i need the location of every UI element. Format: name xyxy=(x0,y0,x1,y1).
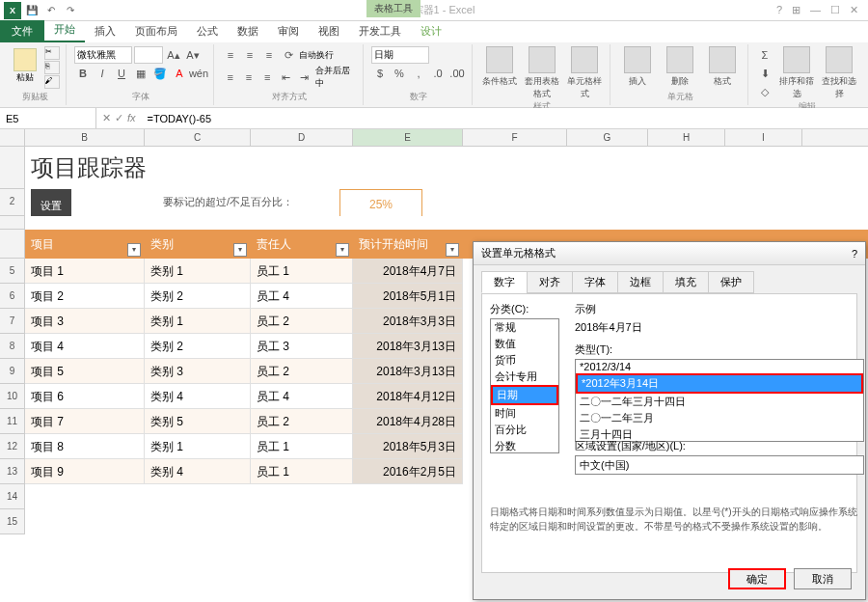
type-item[interactable]: 二〇一二年三月 xyxy=(576,410,863,426)
cell[interactable]: 项目 7 xyxy=(25,409,145,434)
cancel-button[interactable]: 取消 xyxy=(794,568,852,589)
dialog-titlebar[interactable]: 设置单元格格式 ? xyxy=(474,242,865,265)
type-item[interactable]: 二〇一二年三月十四日 xyxy=(576,394,863,410)
maximize-icon[interactable]: ☐ xyxy=(830,4,840,16)
settings-button[interactable]: 设置 xyxy=(31,189,71,216)
decrease-decimal-icon[interactable]: .00 xyxy=(448,65,466,82)
cut-icon[interactable]: ✂ xyxy=(44,46,60,60)
cell[interactable]: 类别 2 xyxy=(145,334,251,359)
cell[interactable]: 类别 3 xyxy=(145,359,251,384)
undo-icon[interactable]: ↶ xyxy=(42,2,60,19)
row-header[interactable]: 6 xyxy=(0,284,25,309)
category-item[interactable]: 时间 xyxy=(491,405,558,422)
row-header[interactable]: 2 xyxy=(0,189,25,216)
ribbon-options-icon[interactable]: ⊞ xyxy=(792,4,800,16)
align-top-icon[interactable]: ≡ xyxy=(222,46,239,64)
filter-dropdown-icon[interactable]: ▾ xyxy=(446,243,459,257)
close-icon[interactable]: ✕ xyxy=(850,4,858,16)
fx-icon[interactable]: fx xyxy=(127,112,136,124)
cell[interactable]: 员工 4 xyxy=(251,384,353,409)
percent-icon[interactable]: % xyxy=(391,65,408,82)
align-center-icon[interactable]: ≡ xyxy=(240,68,257,86)
column-header-D[interactable]: D xyxy=(251,129,353,146)
find-select-button[interactable]: 查找和选择 xyxy=(820,46,858,100)
row-header[interactable]: 7 xyxy=(0,309,25,334)
cancel-formula-icon[interactable]: ✕ xyxy=(102,112,111,124)
cell[interactable]: 2018年5月1日 xyxy=(353,284,463,309)
currency-icon[interactable]: $ xyxy=(371,65,389,82)
cell[interactable]: 2018年5月3日 xyxy=(353,434,463,459)
increase-font-icon[interactable]: A▴ xyxy=(165,46,182,64)
cell[interactable]: 类别 4 xyxy=(145,459,251,484)
format-painter-icon[interactable]: 🖌 xyxy=(44,75,60,89)
filter-dropdown-icon[interactable]: ▾ xyxy=(127,243,141,257)
tab-layout[interactable]: 页面布局 xyxy=(125,20,187,42)
column-header-C[interactable]: C xyxy=(145,129,251,146)
column-header-B[interactable]: B xyxy=(25,129,145,146)
dialog-tab[interactable]: 数字 xyxy=(481,271,528,293)
cell[interactable]: 员工 4 xyxy=(251,284,353,309)
cell[interactable]: 员工 2 xyxy=(251,359,353,384)
format-cells-button[interactable]: 格式 xyxy=(703,46,742,88)
sort-filter-button[interactable]: 排序和筛选 xyxy=(777,46,816,100)
align-right-icon[interactable]: ≡ xyxy=(259,68,276,86)
border-icon[interactable]: ▦ xyxy=(132,65,149,82)
pct-value[interactable]: 25% xyxy=(339,189,422,216)
row-header[interactable]: 11 xyxy=(0,409,25,434)
table-format-button[interactable]: 套用表格格式 xyxy=(523,46,561,100)
comma-icon[interactable]: , xyxy=(410,65,427,82)
type-item[interactable]: *2012年3月14日 xyxy=(576,373,863,394)
row-header[interactable] xyxy=(0,147,25,189)
row-header[interactable]: 14 xyxy=(0,484,25,509)
category-item[interactable]: 日期 xyxy=(491,385,558,405)
row-header[interactable] xyxy=(0,216,25,230)
cell[interactable]: 项目 4 xyxy=(25,334,145,359)
save-icon[interactable]: 💾 xyxy=(23,2,41,19)
category-item[interactable]: 货币 xyxy=(491,352,558,369)
cell[interactable]: 项目 6 xyxy=(25,384,145,409)
tab-developer[interactable]: 开发工具 xyxy=(349,20,411,42)
column-header-I[interactable]: I xyxy=(725,129,802,146)
category-item[interactable]: 分数 xyxy=(491,438,558,453)
row-header[interactable]: 15 xyxy=(0,509,25,534)
dialog-tab[interactable]: 对齐 xyxy=(527,271,573,293)
minimize-icon[interactable]: — xyxy=(810,4,821,16)
autosum-icon[interactable]: Σ xyxy=(756,46,773,64)
tab-data[interactable]: 数据 xyxy=(228,20,268,42)
row-header[interactable]: 5 xyxy=(0,259,25,284)
formula-input[interactable] xyxy=(142,108,868,128)
insert-cells-button[interactable]: 插入 xyxy=(618,46,657,88)
column-header-H[interactable]: H xyxy=(648,129,725,146)
cell[interactable]: 类别 2 xyxy=(145,284,251,309)
category-list[interactable]: 常规数值货币会计专用日期时间百分比分数科学记数文本特殊自定义 xyxy=(490,318,559,453)
cell[interactable]: 项目 3 xyxy=(25,309,145,334)
increase-indent-icon[interactable]: ⇥ xyxy=(296,68,312,86)
column-header-E[interactable]: E xyxy=(353,129,463,146)
align-bottom-icon[interactable]: ≡ xyxy=(260,46,278,64)
filter-dropdown-icon[interactable]: ▾ xyxy=(233,243,247,257)
align-middle-icon[interactable]: ≡ xyxy=(241,46,258,64)
cell[interactable]: 类别 1 xyxy=(145,259,251,284)
category-item[interactable]: 常规 xyxy=(491,319,558,336)
delete-cells-button[interactable]: 删除 xyxy=(661,46,699,88)
cell[interactable]: 类别 1 xyxy=(145,434,251,459)
cell[interactable]: 员工 1 xyxy=(251,459,353,484)
enter-formula-icon[interactable]: ✓ xyxy=(115,112,123,124)
cell[interactable]: 员工 2 xyxy=(251,309,353,334)
clear-icon[interactable]: ◇ xyxy=(756,83,773,100)
type-list[interactable]: *2012/3/14*2012年3月14日二〇一二年三月十四日二〇一二年三月三月… xyxy=(575,359,864,442)
cell[interactable]: 2018年3月13日 xyxy=(353,359,463,384)
tab-review[interactable]: 审阅 xyxy=(268,20,309,42)
copy-icon[interactable]: ⎘ xyxy=(44,61,60,74)
row-header[interactable] xyxy=(0,230,25,259)
font-color-icon[interactable]: A xyxy=(171,65,188,82)
cell[interactable]: 2018年4月28日 xyxy=(353,409,463,434)
italic-icon[interactable]: I xyxy=(94,65,111,82)
dialog-tab[interactable]: 字体 xyxy=(572,271,618,293)
phonetic-icon[interactable]: wén xyxy=(190,65,207,82)
type-item[interactable]: *2012/3/14 xyxy=(576,360,863,373)
cell[interactable]: 员工 3 xyxy=(251,334,353,359)
column-header-G[interactable]: G xyxy=(567,129,648,146)
decrease-font-icon[interactable]: A▾ xyxy=(184,46,202,64)
tab-insert[interactable]: 插入 xyxy=(85,20,125,42)
